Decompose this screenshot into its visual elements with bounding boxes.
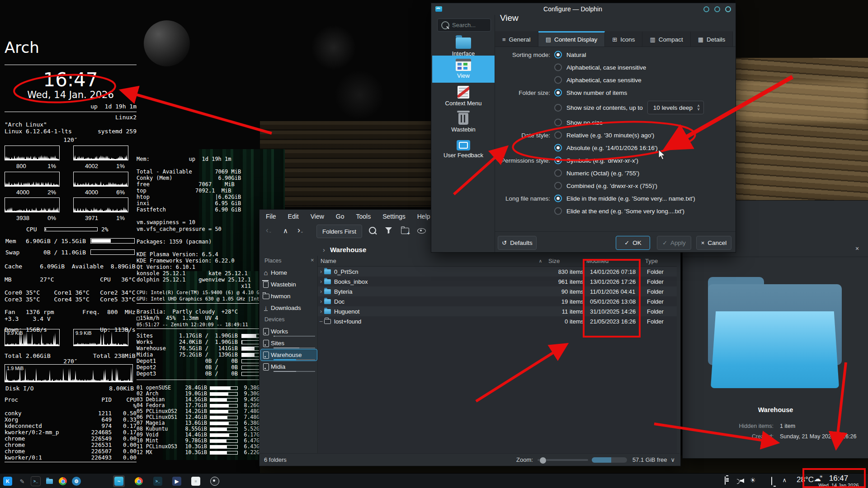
radio-option[interactable]: Symbolic (e.g. 'drwxr-xr-x') — [554, 157, 638, 164]
file-view: Name∧SizeModifiedType ›0_PrtScn830 items… — [318, 256, 677, 453]
radio-option[interactable]: Alphabetical, case sensitive — [554, 76, 642, 84]
menu-help[interactable]: Help — [417, 213, 430, 220]
apply-button[interactable]: ✓ Apply — [657, 236, 691, 250]
sidebar-item-hwmon[interactable]: hwmon — [261, 291, 317, 302]
sidebar-device-works[interactable]: Works — [261, 326, 317, 337]
up-button[interactable]: ∧ — [283, 227, 288, 235]
radio-option[interactable]: Elide at the end (e.g. 'Some very long..… — [554, 207, 684, 215]
conky-info-line: 05:51:27 -- Zenith 12:20:09 -- 18:49:11 — [137, 321, 266, 328]
settings-category-view[interactable]: View — [432, 56, 495, 83]
radio-option[interactable]: Show number of items — [554, 89, 627, 97]
radio-option[interactable]: Show size of contents, up to10 levels de… — [554, 101, 704, 114]
expand-icon[interactable]: › — [318, 268, 324, 275]
settings-category-context-menu[interactable]: Context Menu — [432, 83, 495, 110]
forward-button[interactable]: ›⌄ — [297, 226, 304, 235]
folder-icon[interactable] — [43, 475, 55, 487]
settings-icon[interactable]: ⚙ — [71, 475, 82, 487]
places-close-icon[interactable]: × — [311, 257, 314, 263]
expand-icon[interactable]: › — [318, 308, 324, 314]
chrome-icon[interactable] — [57, 475, 69, 487]
search-icon[interactable] — [368, 226, 377, 235]
conky-cpu-bar — [44, 227, 98, 231]
radio-option[interactable]: Elide in the middle (e.g. 'Some very... … — [554, 195, 695, 202]
radio-option[interactable]: Alphabetical, case insensitive — [554, 64, 646, 71]
column-size[interactable]: Size — [548, 258, 586, 264]
file-size: 19 items — [529, 298, 584, 305]
conky-info-line: Mem: up 1d 19h 1m — [137, 156, 266, 163]
close-icon[interactable] — [725, 6, 731, 12]
dialog-titlebar[interactable]: Configure — Dolphin — [431, 3, 736, 15]
expand-icon[interactable]: › — [318, 278, 324, 285]
sidebar-device-warehouse[interactable]: Warehouse — [261, 349, 317, 361]
editor-icon[interactable]: ≡ — [190, 475, 202, 487]
levels-deep-spinbox[interactable]: 10 levels deep∧∨ — [647, 101, 704, 114]
radio-option[interactable]: Show no size — [554, 119, 603, 127]
sidebar-item-home[interactable]: ⌂Home — [261, 267, 317, 278]
menu-settings[interactable]: Settings — [382, 213, 406, 220]
clipboard-icon[interactable] — [725, 477, 726, 484]
dolphin-icon[interactable]: ~ — [113, 475, 125, 487]
file-row[interactable]: ›Huguenot11 items31/10/2025 14:26Folder — [318, 306, 677, 316]
terminal-icon[interactable]: >_ — [152, 475, 164, 487]
radio-option[interactable]: Combined (e.g. 'drwxr-xr-x (755)') — [554, 182, 657, 190]
file-row[interactable]: ›Byteria90 items11/01/2026 04:41Folder — [318, 286, 677, 296]
expand-icon[interactable]: › — [318, 298, 324, 305]
column-modified[interactable]: Modified — [586, 258, 645, 264]
tab-details[interactable]: ▦Details — [691, 31, 733, 47]
file-row[interactable]: ›0_PrtScn830 items14/01/2026 07:18Folder — [318, 267, 677, 277]
menu-file[interactable]: File — [266, 213, 276, 220]
back-button[interactable]: ‹⌄ — [266, 226, 272, 235]
capacity-bar — [592, 457, 627, 463]
filter-icon[interactable] — [384, 226, 393, 235]
menu-view[interactable]: View — [311, 213, 324, 220]
file-row[interactable]: –lost+found0 items21/05/2023 16:26Folder — [318, 316, 677, 326]
folders-first-button[interactable]: Folders First — [316, 225, 362, 238]
column-type[interactable]: Type — [645, 258, 677, 264]
settings-search-input[interactable]: Search... — [437, 19, 491, 32]
tab-icons[interactable]: ⊞Icons — [605, 31, 642, 47]
sidebar-item-downloads[interactable]: ↓Downloads — [261, 302, 317, 314]
radio-option[interactable]: Natural — [554, 51, 586, 59]
chrome-icon[interactable] — [133, 475, 145, 487]
zoom-slider[interactable] — [538, 459, 588, 461]
tray-expander-icon[interactable]: ∧ — [782, 477, 787, 484]
maximize-icon[interactable] — [714, 6, 720, 12]
info-panel-close-icon[interactable]: × — [855, 245, 859, 252]
sidebar-device-midia[interactable]: Midia — [261, 361, 317, 372]
tab-content-display[interactable]: ▤Content Display — [538, 31, 605, 47]
tab-general[interactable]: ≡General — [495, 31, 538, 47]
expand-icon[interactable]: › — [318, 288, 324, 295]
konsole-icon[interactable]: >_ — [30, 475, 42, 487]
brightness-icon[interactable]: ☀ — [750, 477, 756, 484]
obs-icon[interactable] — [209, 475, 221, 487]
defaults-button[interactable]: ↺ Defaults — [498, 236, 537, 250]
menu-go[interactable]: Go — [336, 213, 344, 220]
tab-compact[interactable]: ▥Compact — [642, 31, 690, 47]
file-row[interactable]: ›Doc19 items05/01/2026 13:08Folder — [318, 296, 677, 306]
form-label: Permissions style: — [431, 157, 550, 164]
cancel-button[interactable]: × Cancel — [696, 236, 731, 250]
taskbar-clock[interactable]: 16:47 Wed, 14 Jan 2026 — [811, 474, 866, 488]
menu-tools[interactable]: Tools — [356, 213, 371, 220]
file-row[interactable]: ›Books_inbox961 items13/01/2026 17:26Fol… — [318, 277, 677, 286]
conky-info-line: Conky (Mem) 6.90GiB — [137, 175, 266, 182]
minimize-icon[interactable] — [703, 6, 709, 12]
radio-option[interactable]: Relative (e.g. '30 minute(s) ago') — [554, 131, 654, 139]
radio-option[interactable]: Absolute (e.g. '14/01/2026 16:16') — [554, 144, 658, 152]
sidebar-device-sites[interactable]: Sites — [261, 338, 317, 349]
sidebar-item-wastebin[interactable]: Wastebin — [261, 279, 317, 290]
new-folder-icon[interactable] — [401, 226, 410, 235]
preview-icon[interactable] — [417, 226, 426, 235]
free-space-dropdown-icon[interactable]: ∨ — [670, 456, 675, 463]
launcher-icon[interactable]: K — [2, 475, 14, 487]
network-icon[interactable] — [771, 478, 772, 485]
column-name[interactable]: Name — [321, 258, 336, 264]
column-header-row[interactable]: Name∧SizeModifiedType — [318, 256, 677, 267]
kdenlive-icon[interactable]: ▶ — [171, 475, 183, 487]
pin-icon[interactable]: ✎ — [16, 475, 28, 487]
ok-button[interactable]: ✓ OK — [616, 236, 650, 250]
breadcrumb[interactable]: Warehouse — [330, 246, 366, 253]
compact-icon: ▥ — [650, 36, 655, 43]
menu-edit[interactable]: Edit — [288, 213, 299, 220]
radio-option[interactable]: Numeric (Octal) (e.g. '755') — [554, 169, 639, 177]
